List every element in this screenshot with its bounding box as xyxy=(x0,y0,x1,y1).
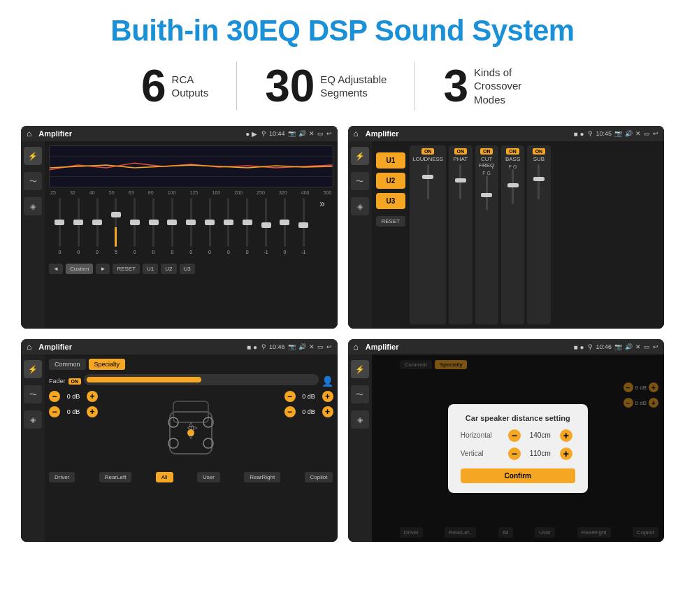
loudness-slider[interactable] xyxy=(427,164,429,199)
fader-main-area: Common Specialty Fader ON 👤 xyxy=(45,354,338,542)
fader-content: − 0 dB + − 0 dB + xyxy=(49,391,333,468)
eq-preset-btn[interactable]: Custom xyxy=(66,264,94,274)
dialog-vertical-row: Vertical − 110cm + xyxy=(461,447,575,460)
fader-rearright-btn[interactable]: RearRight xyxy=(244,472,280,482)
phat-slider[interactable] xyxy=(459,164,461,199)
bass-slider[interactable] xyxy=(512,169,514,204)
fader-person-icon[interactable]: 👤 xyxy=(322,375,333,387)
db4-minus[interactable]: − xyxy=(284,406,296,417)
crossover-back-icon[interactable]: ↩ xyxy=(653,130,658,137)
loudness-ctrl: ON LOUDNESS xyxy=(410,145,446,324)
fader-copilot-btn[interactable]: Copilot xyxy=(305,472,333,482)
home-icon[interactable]: ⌂ xyxy=(27,129,31,138)
slider-13[interactable]: 0 xyxy=(277,198,293,261)
fader-slider[interactable] xyxy=(84,374,318,385)
db1-value: 0 dB xyxy=(63,393,84,400)
dialog-vertical-minus[interactable]: − xyxy=(508,447,521,460)
crossover-sidebar-eq-icon[interactable]: ⚡ xyxy=(351,147,369,165)
slider-7[interactable]: 0 xyxy=(164,198,180,261)
distance-sidebar-wave-icon[interactable]: 〜 xyxy=(351,385,369,403)
eq-sliders: 0 0 0 5 0 0 0 0 0 0 0 -1 0 -1 » xyxy=(49,198,333,261)
slider-forward-icon[interactable]: » xyxy=(315,198,331,261)
sub-label: SUB xyxy=(533,156,545,162)
eq-next-btn[interactable]: ► xyxy=(96,264,110,274)
slider-10[interactable]: 0 xyxy=(220,198,236,261)
db2-value: 0 dB xyxy=(63,408,84,415)
fader-tab-specialty[interactable]: Specialty xyxy=(89,359,126,370)
db4-plus[interactable]: + xyxy=(322,406,333,417)
crossover-location-icon: ⚲ xyxy=(588,130,593,137)
dialog-horizontal-value: 140cm xyxy=(526,431,554,439)
distance-sidebar-eq-icon[interactable]: ⚡ xyxy=(351,360,369,378)
eq-status-bar: ⌂ Amplifier ● ▶ ⚲ 10:44 📷 🔊 ✕ ▭ ↩ xyxy=(21,126,338,141)
fader-tab-common[interactable]: Common xyxy=(49,359,86,370)
fader-back-icon[interactable]: ↩ xyxy=(326,343,332,350)
db1-minus[interactable]: − xyxy=(49,391,60,402)
fader-rearleft-btn[interactable]: RearLeft xyxy=(99,472,132,482)
eq-u3-btn[interactable]: U3 xyxy=(180,264,195,274)
stat-text-rca: RCAOutputs xyxy=(172,73,209,100)
eq-bottom-bar: ◄ Custom ► RESET U1 U2 U3 xyxy=(49,264,333,274)
fader-sidebar-speaker-icon[interactable]: ◈ xyxy=(24,410,42,429)
eq-u1-btn[interactable]: U1 xyxy=(143,264,158,274)
stat-eq: 30 EQ AdjustableSegments xyxy=(237,64,414,108)
eq-reset-btn[interactable]: RESET xyxy=(113,264,140,274)
distance-back-icon[interactable]: ↩ xyxy=(653,343,658,350)
fader-sidebar-eq-icon[interactable]: ⚡ xyxy=(24,360,42,378)
slider-5[interactable]: 0 xyxy=(127,198,143,261)
slider-14[interactable]: -1 xyxy=(296,198,312,261)
crossover-sidebar-wave-icon[interactable]: 〜 xyxy=(351,172,369,190)
stat-crossover: 3 Kinds ofCrossover Modes xyxy=(415,64,572,108)
bass-label: BASS xyxy=(505,156,520,162)
db1-plus[interactable]: + xyxy=(87,391,98,402)
cutfreq-slider[interactable] xyxy=(486,176,488,210)
slider-8[interactable]: 0 xyxy=(183,198,199,261)
slider-1[interactable]: 0 xyxy=(52,198,68,261)
db2-plus[interactable]: + xyxy=(87,406,98,417)
db3-plus[interactable]: + xyxy=(322,391,333,402)
eq-sidebar-eq-icon[interactable]: ⚡ xyxy=(24,147,42,165)
db2-minus[interactable]: − xyxy=(49,406,60,417)
crossover-screen-content: ⚡ 〜 ◈ U1 U2 U3 RESET xyxy=(348,141,665,329)
car-diagram: ◁ ▷ △ ▽ xyxy=(102,391,280,468)
confirm-button[interactable]: Confirm xyxy=(461,468,575,483)
distance-home-icon[interactable]: ⌂ xyxy=(354,342,359,352)
slider-4[interactable]: 5 xyxy=(108,198,124,261)
stat-number-crossover: 3 xyxy=(443,64,468,108)
u2-button[interactable]: U2 xyxy=(376,173,406,189)
crossover-reset-btn[interactable]: RESET xyxy=(376,216,406,227)
fader-sidebar-wave-icon[interactable]: 〜 xyxy=(24,385,42,403)
fader-driver-btn[interactable]: Driver xyxy=(49,472,75,482)
fader-all-btn[interactable]: All xyxy=(156,472,173,482)
slider-2[interactable]: 0 xyxy=(71,198,87,261)
fader-home-icon[interactable]: ⌂ xyxy=(27,342,31,352)
dialog-horizontal-plus[interactable]: + xyxy=(560,429,572,442)
slider-12[interactable]: -1 xyxy=(258,198,274,261)
crossover-home-icon[interactable]: ⌂ xyxy=(354,129,359,138)
fader-left-db: − 0 dB + − 0 dB + xyxy=(49,391,98,468)
crossover-sidebar: ⚡ 〜 ◈ xyxy=(348,141,372,329)
u1-button[interactable]: U1 xyxy=(376,152,406,169)
eq-u2-btn[interactable]: U2 xyxy=(161,264,176,274)
fader-user-btn[interactable]: User xyxy=(197,472,220,482)
crossover-sidebar-speaker-icon[interactable]: ◈ xyxy=(351,197,369,215)
phat-on: ON xyxy=(454,148,468,155)
u3-button[interactable]: U3 xyxy=(376,193,406,209)
distance-status-icons: ⚲ 10:46 📷 🔊 ✕ ▭ ↩ xyxy=(588,343,658,350)
fader-x-icon: ✕ xyxy=(309,343,315,350)
distance-sidebar-speaker-icon[interactable]: ◈ xyxy=(351,410,369,429)
dialog-horizontal-minus[interactable]: − xyxy=(508,429,521,442)
dialog-vertical-plus[interactable]: + xyxy=(560,447,572,460)
slider-9[interactable]: 0 xyxy=(202,198,218,261)
db3-minus[interactable]: − xyxy=(284,391,296,402)
slider-6[interactable]: 0 xyxy=(145,198,161,261)
sub-slider[interactable] xyxy=(538,164,540,199)
eq-sidebar-wave-icon[interactable]: 〜 xyxy=(24,172,42,190)
eq-prev-btn[interactable]: ◄ xyxy=(49,264,63,274)
slider-11[interactable]: 0 xyxy=(239,198,255,261)
eq-screen: ⌂ Amplifier ● ▶ ⚲ 10:44 📷 🔊 ✕ ▭ ↩ ⚡ 〜 ◈ xyxy=(21,126,338,329)
eq-back-icon[interactable]: ↩ xyxy=(326,130,332,137)
fader-on-badge: ON xyxy=(68,378,82,385)
eq-sidebar-speaker-icon[interactable]: ◈ xyxy=(24,197,42,215)
slider-3[interactable]: 0 xyxy=(89,198,106,261)
